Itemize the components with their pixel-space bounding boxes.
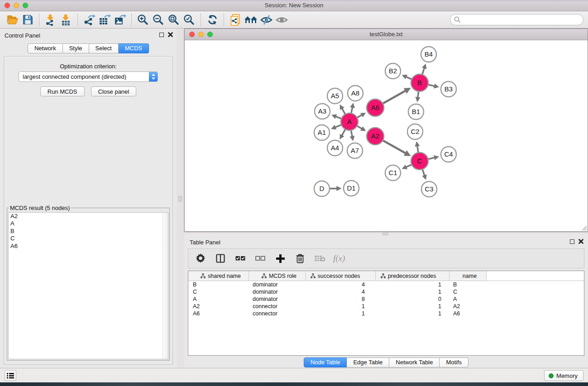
mcds-result-list: A2 A B C A6 xyxy=(8,212,168,359)
open-session-icon[interactable] xyxy=(5,13,20,27)
mcds-result-item[interactable]: B xyxy=(9,228,168,235)
hide-selected-icon[interactable] xyxy=(258,13,274,27)
toolbar-separator xyxy=(224,14,224,26)
export-image-icon[interactable] xyxy=(112,13,128,27)
graph-edge-A-A1[interactable] xyxy=(333,124,342,128)
delete-columns-icon[interactable] xyxy=(293,252,307,265)
select-all-checkboxes-icon[interactable] xyxy=(234,252,247,265)
graph-node-label-A3: A3 xyxy=(318,107,326,115)
zoom-fit-icon[interactable] xyxy=(166,13,182,27)
search-input[interactable] xyxy=(463,16,579,23)
graph-node-label-D1: D1 xyxy=(347,184,355,192)
mcds-result-item[interactable]: A2 xyxy=(9,213,168,220)
table-row[interactable]: B dominator 4 1 B xyxy=(188,281,584,288)
table-panel-title: Table Panel xyxy=(190,239,220,246)
table-row[interactable]: C dominator 4 1 C xyxy=(188,288,584,295)
main-toolbar xyxy=(0,11,588,29)
delete-table-icon[interactable] xyxy=(313,252,327,265)
import-table-icon[interactable] xyxy=(58,13,74,27)
mcds-result-item[interactable]: A6 xyxy=(9,243,168,250)
split-divider-grip[interactable] xyxy=(178,196,182,202)
mcds-result-item[interactable]: A xyxy=(9,220,168,227)
table-row[interactable]: A6 connector 1 1 A6 xyxy=(188,310,584,317)
horizontal-split-grip[interactable] xyxy=(382,232,388,235)
tab-mcds[interactable]: MCDS xyxy=(119,43,149,53)
memory-status-icon xyxy=(549,373,554,378)
close-panel-icon[interactable] xyxy=(168,32,173,37)
graph-edge-B-B4[interactable] xyxy=(422,66,425,76)
create-column-icon[interactable] xyxy=(273,252,287,265)
tab-node-table[interactable]: Node Table xyxy=(304,357,347,367)
graph-edge-A6-B[interactable] xyxy=(382,89,409,104)
toolbar-separator xyxy=(201,14,201,26)
column-type-icon xyxy=(201,273,206,278)
tab-network-table[interactable]: Network Table xyxy=(389,357,440,367)
panel-split-divider[interactable] xyxy=(177,29,184,367)
graph-edge-A2-C[interactable] xyxy=(382,140,409,155)
graph-edge-C-C3[interactable] xyxy=(422,168,425,178)
show-all-icon[interactable] xyxy=(274,13,289,27)
zoom-selected-icon[interactable] xyxy=(182,13,197,27)
graph-node-label-A: A xyxy=(347,118,352,125)
network-window-title: testGlobe.txt xyxy=(185,31,588,38)
window-resize-grip[interactable] xyxy=(581,225,587,231)
graph-edge-B-B3[interactable] xyxy=(427,85,437,87)
table-row[interactable]: A dominator 8 0 A xyxy=(188,295,584,303)
save-session-icon[interactable] xyxy=(20,13,35,27)
table-options-icon[interactable] xyxy=(194,252,207,265)
tab-edge-table[interactable]: Edge Table xyxy=(347,357,389,367)
network-graph[interactable]: B4B2BB3A5A8A6A3B1AA1C2A2A4A7C4CC1C3DD1 xyxy=(185,40,588,231)
close-panel-button[interactable]: Close panel xyxy=(91,86,137,96)
network-canvas[interactable]: B4B2BB3A5A8A6A3B1AA1C2A2A4A7C4CC1C3DD1 xyxy=(185,40,588,231)
column-header-successor-nodes[interactable]: successor nodes xyxy=(306,271,376,281)
float-panel-icon[interactable] xyxy=(159,33,164,37)
graph-node-label-A4: A4 xyxy=(331,144,339,152)
show-task-history-button[interactable] xyxy=(5,370,16,381)
graph-edge-A-A4[interactable] xyxy=(341,129,346,138)
control-panel-title: Control Panel xyxy=(5,32,40,39)
tab-select[interactable]: Select xyxy=(89,43,119,53)
show-columns-icon[interactable] xyxy=(214,252,227,265)
graph-node-label-A1: A1 xyxy=(318,129,326,136)
column-header-predecessor-nodes[interactable]: predecessor nodes xyxy=(376,271,449,281)
function-builder-icon[interactable]: f(x) xyxy=(333,252,345,265)
export-network-icon[interactable] xyxy=(81,13,97,27)
run-mcds-button[interactable]: Run MCDS xyxy=(40,86,85,96)
tab-motifs[interactable]: Motifs xyxy=(440,357,468,367)
tab-style[interactable]: Style xyxy=(63,43,89,53)
column-header-shared-name[interactable]: shared name xyxy=(188,271,249,281)
memory-label: Memory xyxy=(556,372,578,379)
result-list-scrollbar[interactable] xyxy=(162,213,168,359)
graph-node-label-B1: B1 xyxy=(412,108,420,115)
close-table-panel-icon[interactable] xyxy=(578,239,583,244)
column-header-mcds-role[interactable]: MCDS role xyxy=(249,271,306,281)
graph-edge-C-C2[interactable] xyxy=(417,143,418,154)
tab-network[interactable]: Network xyxy=(28,43,63,53)
export-table-icon[interactable] xyxy=(97,13,112,27)
graph-edge-C-C4[interactable] xyxy=(427,157,437,159)
deselect-all-checkboxes-icon[interactable] xyxy=(253,252,267,265)
graph-edge-A-A7[interactable] xyxy=(351,129,353,139)
graph-edge-A-A5[interactable] xyxy=(341,106,346,115)
table-toolbar: f(x) xyxy=(188,248,584,268)
zoom-in-icon[interactable] xyxy=(135,13,151,27)
graph-node-label-D: D xyxy=(320,185,325,192)
window-title: Session: New Session xyxy=(0,2,588,9)
column-header-name[interactable]: name xyxy=(449,271,487,281)
list-icon xyxy=(7,372,14,379)
mcds-panel: Optimization criterion: largest connecte… xyxy=(4,56,173,365)
new-network-from-selection-icon[interactable] xyxy=(228,13,243,27)
table-row[interactable]: A2 connector 1 1 A2 xyxy=(188,303,584,310)
import-network-icon[interactable] xyxy=(43,13,58,27)
mcds-result-item[interactable]: C xyxy=(9,235,168,242)
network-window-titlebar[interactable]: testGlobe.txt xyxy=(185,29,588,40)
zoom-out-icon[interactable] xyxy=(151,13,166,27)
table-header-row: shared name MCDS role successor nodes pr… xyxy=(188,271,584,281)
criterion-dropdown[interactable]: largest connected component (directed) xyxy=(19,71,158,82)
float-table-panel-icon[interactable] xyxy=(570,239,574,244)
first-neighbors-icon[interactable] xyxy=(243,13,258,27)
refresh-view-icon[interactable] xyxy=(205,13,220,27)
mcds-result-group: MCDS result (5 nodes) A2 A B C A6 xyxy=(7,205,170,361)
search-box[interactable] xyxy=(450,14,583,25)
memory-button[interactable]: Memory xyxy=(544,370,583,381)
